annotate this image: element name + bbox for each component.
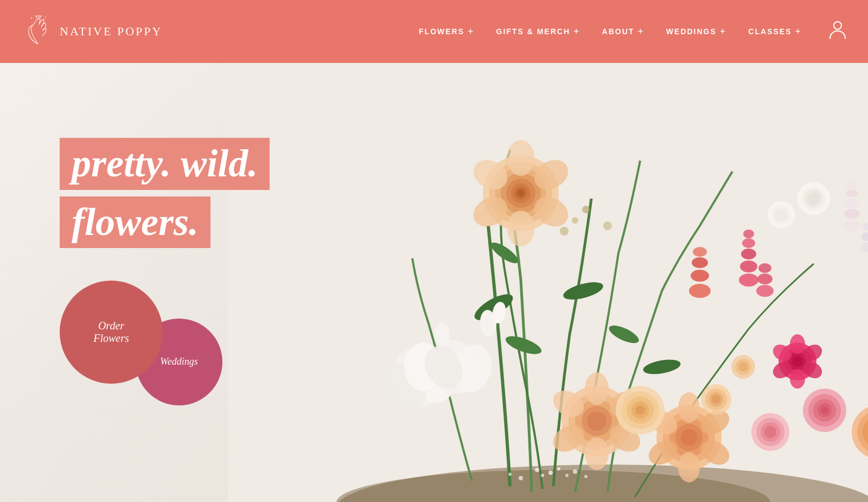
hero-section: pretty. wild. flowers. OrderFlowers Wedd… (0, 63, 868, 502)
nav-item-classes[interactable]: CLASSES + (748, 27, 802, 36)
nav-label-weddings: WEDDINGS (666, 27, 717, 36)
svg-text:✦: ✦ (30, 16, 33, 20)
site-header: ✦ ✦ · NATIVE POPPY FLOWERS + GIFTS & MER… (0, 0, 868, 63)
nav-plus-gifts: + (573, 27, 580, 36)
svg-point-5 (40, 15, 41, 17)
order-flowers-label: OrderFlowers (93, 320, 129, 345)
nav-plus-classes: + (795, 27, 802, 36)
logo-icon: ✦ ✦ · (22, 15, 54, 48)
weddings-label: Weddings (160, 356, 197, 367)
order-flowers-button[interactable]: OrderFlowers (60, 281, 163, 384)
tagline-line-1: pretty. wild. (60, 138, 270, 189)
logo[interactable]: ✦ ✦ · NATIVE POPPY (22, 15, 162, 48)
nav-label-about: ABOUT (602, 27, 635, 36)
nav-plus-about: + (637, 27, 644, 36)
hero-tagline: pretty. wild. flowers. (60, 138, 868, 247)
nav-label-gifts: GIFTS & MERCH (496, 27, 570, 36)
account-icon[interactable] (829, 20, 846, 43)
nav-label-flowers: FLOWERS (419, 27, 464, 36)
hero-buttons: OrderFlowers Weddings (60, 291, 304, 427)
nav-label-classes: CLASSES (748, 27, 792, 36)
nav-item-flowers[interactable]: FLOWERS + (419, 27, 475, 36)
nav-item-about[interactable]: ABOUT + (602, 27, 644, 36)
nav-plus-weddings: + (720, 27, 727, 36)
tagline-line-2: flowers. (60, 196, 210, 248)
main-nav: FLOWERS + GIFTS & MERCH + ABOUT + WEDDIN… (419, 20, 846, 43)
hero-content: pretty. wild. flowers. OrderFlowers Wedd… (0, 63, 868, 502)
svg-text:·: · (28, 21, 28, 23)
svg-point-3 (35, 15, 37, 17)
logo-text: NATIVE POPPY (60, 24, 162, 39)
svg-point-9 (834, 22, 841, 29)
nav-item-gifts[interactable]: GIFTS & MERCH + (496, 27, 580, 36)
nav-plus-flowers: + (468, 27, 475, 36)
nav-item-weddings[interactable]: WEDDINGS + (666, 27, 727, 36)
svg-text:✦: ✦ (44, 16, 47, 18)
